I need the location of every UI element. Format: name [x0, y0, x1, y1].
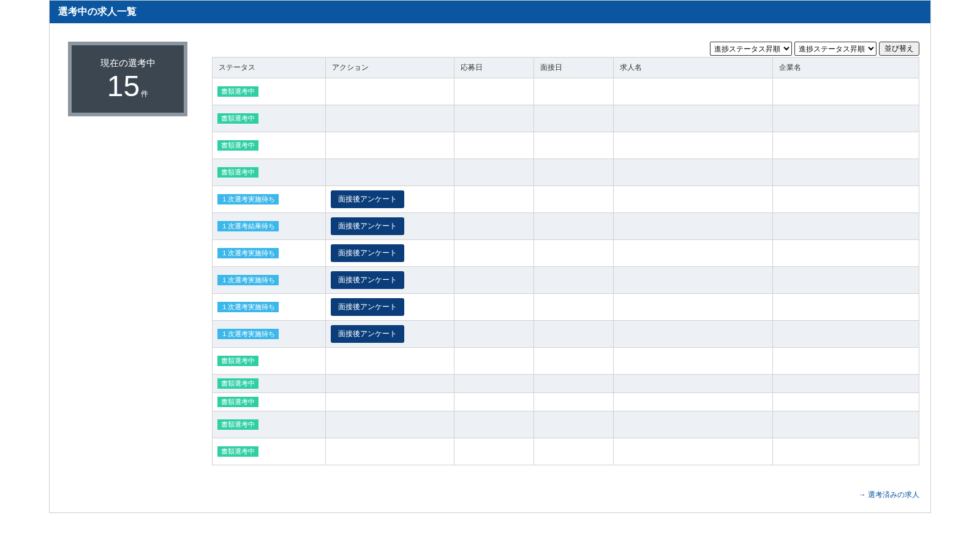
- col-header-company: 企業名: [773, 58, 919, 78]
- table-row: 書類選考中: [213, 438, 919, 465]
- table-row: １次選考実施待ち面接後アンケート: [213, 240, 919, 267]
- table-row: １次選考実施待ち面接後アンケート: [213, 267, 919, 294]
- status-badge: １次選考実施待ち: [217, 275, 279, 285]
- status-badge: 書類選考中: [217, 378, 258, 389]
- interview-survey-button[interactable]: 面接後アンケート: [331, 298, 404, 316]
- table-row: 書類選考中: [213, 375, 919, 393]
- status-badge: 書類選考中: [217, 113, 258, 124]
- status-badge: １次選考実施待ち: [217, 248, 279, 258]
- status-badge: 書類選考中: [217, 356, 258, 366]
- table-row: 書類選考中: [213, 393, 919, 411]
- col-header-action: アクション: [326, 58, 454, 78]
- status-badge: 書類選考中: [217, 397, 258, 407]
- status-badge: 書類選考中: [217, 167, 258, 178]
- interview-survey-button[interactable]: 面接後アンケート: [331, 325, 404, 343]
- table-row: １次選考実施待ち面接後アンケート: [213, 321, 919, 348]
- status-badge: １次選考実施待ち: [217, 194, 279, 204]
- col-header-apply-date: 応募日: [454, 58, 534, 78]
- status-badge: 書類選考中: [217, 140, 258, 151]
- status-badge: 書類選考中: [217, 419, 258, 430]
- table-row: １次選考実施待ち面接後アンケート: [213, 186, 919, 213]
- interview-survey-button[interactable]: 面接後アンケート: [331, 244, 404, 262]
- selection-counter-card: 現在の選考中 15 件: [68, 42, 187, 116]
- selection-table: ステータス アクション 応募日 面接日 求人名 企業名 書類選考中書類選考中書類…: [212, 57, 919, 465]
- table-row: １次選考結果待ち面接後アンケート: [213, 213, 919, 240]
- col-header-interview-date: 面接日: [534, 58, 614, 78]
- completed-selections-link[interactable]: → 選考済みの求人: [859, 490, 919, 499]
- sort-controls: 進捗ステータス昇順 進捗ステータス昇順 並び替え: [212, 42, 919, 56]
- table-row: １次選考実施待ち面接後アンケート: [213, 294, 919, 321]
- col-header-status: ステータス: [213, 58, 326, 78]
- interview-survey-button[interactable]: 面接後アンケート: [331, 271, 404, 289]
- interview-survey-button[interactable]: 面接後アンケート: [331, 190, 404, 208]
- status-badge: １次選考実施待ち: [217, 329, 279, 339]
- table-row: 書類選考中: [213, 78, 919, 105]
- status-badge: １次選考結果待ち: [217, 221, 279, 231]
- sort-select-1[interactable]: 進捗ステータス昇順: [710, 42, 792, 56]
- table-row: 書類選考中: [213, 348, 919, 375]
- status-badge: １次選考実施待ち: [217, 302, 279, 312]
- page-title: 選考中の求人一覧: [50, 1, 930, 23]
- counter-value: 15: [107, 72, 140, 101]
- table-row: 書類選考中: [213, 132, 919, 159]
- status-badge: 書類選考中: [217, 446, 258, 457]
- counter-suffix: 件: [141, 90, 148, 97]
- table-row: 書類選考中: [213, 105, 919, 132]
- interview-survey-button[interactable]: 面接後アンケート: [331, 217, 404, 235]
- sort-select-2[interactable]: 進捗ステータス昇順: [794, 42, 876, 56]
- counter-label: 現在の選考中: [100, 58, 156, 69]
- status-badge: 書類選考中: [217, 86, 258, 97]
- col-header-job-name: 求人名: [614, 58, 773, 78]
- table-row: 書類選考中: [213, 411, 919, 438]
- table-row: 書類選考中: [213, 159, 919, 186]
- sort-button[interactable]: 並び替え: [879, 42, 919, 56]
